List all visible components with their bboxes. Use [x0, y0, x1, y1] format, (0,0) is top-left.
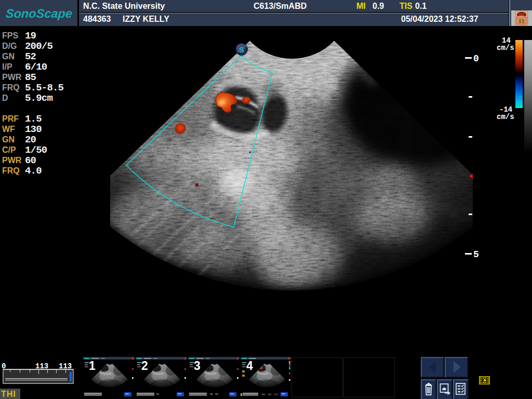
- svg-text:C: C: [483, 377, 487, 383]
- svg-text:S: S: [239, 45, 244, 54]
